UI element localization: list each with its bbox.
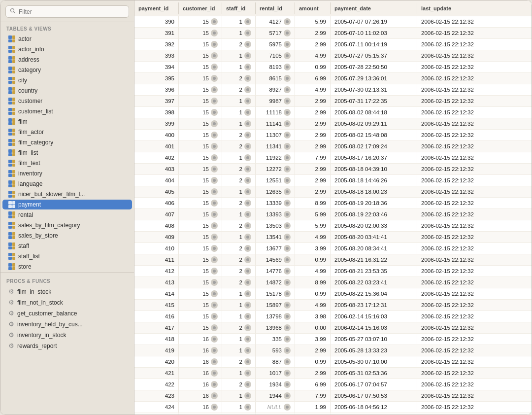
- row-action-btn[interactable]: [284, 324, 291, 331]
- row-action-btn[interactable]: [211, 245, 218, 252]
- row-action-btn[interactable]: [284, 404, 291, 411]
- row-action-btn[interactable]: [211, 234, 218, 241]
- table-row[interactable]: 39115157172.992005-07-10 11:02:032006-02…: [134, 28, 532, 39]
- row-action-btn[interactable]: [284, 268, 291, 275]
- row-action-btn[interactable]: [284, 75, 291, 82]
- row-action-btn[interactable]: [211, 404, 218, 411]
- row-action-btn[interactable]: [244, 188, 251, 195]
- table-row[interactable]: 402151119227.992005-08-17 16:20:372006-0…: [134, 152, 532, 164]
- table-row[interactable]: 404152125512.992005-08-18 14:46:262006-0…: [134, 175, 532, 186]
- sidebar-item-film_list[interactable]: film_list: [2, 148, 132, 158]
- table-row[interactable]: 405151126352.992005-08-18 18:00:232006-0…: [134, 186, 532, 198]
- table-row[interactable]: 39615289274.992005-07-30 02:13:312006-02…: [134, 84, 532, 96]
- row-action-btn[interactable]: [211, 200, 218, 207]
- row-action-btn[interactable]: [211, 86, 218, 93]
- row-action-btn[interactable]: [244, 370, 251, 377]
- row-action-btn[interactable]: [284, 302, 291, 309]
- row-action-btn[interactable]: [211, 358, 218, 365]
- row-action-btn[interactable]: [284, 132, 291, 138]
- table-row[interactable]: 412152147764.992005-08-21 23:53:352006-0…: [134, 266, 532, 277]
- row-action-btn[interactable]: [284, 109, 291, 116]
- row-action-btn[interactable]: [211, 222, 218, 229]
- row-action-btn[interactable]: [244, 381, 251, 388]
- sidebar-item-store[interactable]: store: [2, 262, 132, 272]
- sidebar-item-film_category[interactable]: film_category: [2, 138, 132, 147]
- row-action-btn[interactable]: [244, 234, 251, 241]
- sidebar-item-sales_by_film_category[interactable]: sales_by_film_category: [2, 220, 132, 230]
- table-row[interactable]: 400152113072.992005-08-02 15:48:082006-0…: [134, 130, 532, 141]
- row-action-btn[interactable]: [244, 222, 251, 229]
- table-row[interactable]: 411152145690.992005-08-21 16:31:222006-0…: [134, 254, 532, 266]
- row-action-btn[interactable]: [244, 245, 251, 252]
- sidebar-item-film_not_in_stock[interactable]: ⚙film_not_in_stock: [2, 297, 132, 308]
- sidebar-item-film_in_stock[interactable]: ⚙film_in_stock: [2, 286, 132, 297]
- row-action-btn[interactable]: [244, 256, 251, 263]
- row-action-btn[interactable]: [284, 177, 291, 184]
- table-row[interactable]: 39715199872.992005-07-31 17:22:352006-02…: [134, 96, 532, 107]
- row-action-btn[interactable]: [284, 154, 291, 161]
- sidebar-item-rewards_report[interactable]: ⚙rewards_report: [2, 341, 132, 351]
- search-input-wrap[interactable]: [5, 5, 129, 18]
- row-action-btn[interactable]: [244, 132, 251, 138]
- row-action-btn[interactable]: [284, 234, 291, 241]
- row-action-btn[interactable]: [244, 41, 251, 48]
- sidebar-item-address[interactable]: address: [2, 55, 132, 65]
- row-action-btn[interactable]: [244, 302, 251, 309]
- row-action-btn[interactable]: [244, 290, 251, 297]
- column-header-payment_date[interactable]: payment_date: [331, 2, 417, 14]
- row-action-btn[interactable]: [211, 211, 218, 218]
- row-action-btn[interactable]: [244, 86, 251, 93]
- sidebar-item-country[interactable]: country: [2, 86, 132, 96]
- row-action-btn[interactable]: [284, 370, 291, 377]
- row-action-btn[interactable]: [284, 98, 291, 104]
- row-action-btn[interactable]: [284, 392, 291, 399]
- row-action-btn[interactable]: [211, 177, 218, 184]
- search-input[interactable]: [19, 8, 125, 15]
- row-action-btn[interactable]: [211, 98, 218, 104]
- row-action-btn[interactable]: [211, 41, 218, 48]
- row-action-btn[interactable]: [284, 347, 291, 354]
- sidebar-item-rental[interactable]: rental: [2, 210, 132, 220]
- row-action-btn[interactable]: [211, 392, 218, 399]
- row-action-btn[interactable]: [284, 245, 291, 252]
- table-row[interactable]: 415151158974.992005-08-23 17:12:312006-0…: [134, 300, 532, 311]
- sidebar-item-customer_list[interactable]: customer_list: [2, 106, 132, 116]
- table-row[interactable]: 39215259752.992005-07-11 00:14:192006-02…: [134, 39, 532, 50]
- row-action-btn[interactable]: [211, 52, 218, 59]
- table-row[interactable]: 406152133398.992005-08-19 20:18:362006-0…: [134, 198, 532, 209]
- table-row[interactable]: 42116110172.992005-05-31 02:53:362006-02…: [134, 368, 532, 379]
- row-action-btn[interactable]: [211, 166, 218, 173]
- row-action-btn[interactable]: [244, 358, 251, 365]
- row-action-btn[interactable]: [284, 166, 291, 173]
- row-action-btn[interactable]: [211, 324, 218, 331]
- row-action-btn[interactable]: [244, 109, 251, 116]
- table-row[interactable]: 417152139680.002006-02-14 15:16:032006-0…: [134, 322, 532, 334]
- table-row[interactable]: 39415181930.992005-07-28 22:50:502006-02…: [134, 62, 532, 73]
- sidebar-item-get_customer_balance[interactable]: ⚙get_customer_balance: [2, 308, 132, 318]
- row-action-btn[interactable]: [211, 132, 218, 138]
- row-action-btn[interactable]: [211, 370, 218, 377]
- row-action-btn[interactable]: [211, 18, 218, 25]
- table-row[interactable]: 414151151780.992005-08-22 15:36:042006-0…: [134, 288, 532, 300]
- row-action-btn[interactable]: [244, 64, 251, 70]
- table-row[interactable]: 398151111182.992005-08-02 08:44:182006-0…: [134, 107, 532, 118]
- sidebar-item-actor_info[interactable]: actor_info: [2, 44, 132, 54]
- table-row[interactable]: 4181613353.992005-05-27 03:07:102006-02-…: [134, 334, 532, 345]
- row-action-btn[interactable]: [244, 279, 251, 286]
- table-row[interactable]: 424161NULL1.992005-06-18 04:56:122006-02…: [134, 402, 532, 413]
- row-action-btn[interactable]: [284, 41, 291, 48]
- sidebar-item-city[interactable]: city: [2, 75, 132, 85]
- row-action-btn[interactable]: [244, 177, 251, 184]
- row-action-btn[interactable]: [211, 120, 218, 127]
- column-header-customer_id[interactable]: customer_id: [179, 2, 222, 14]
- row-action-btn[interactable]: [211, 313, 218, 320]
- column-header-payment_id[interactable]: payment_id: [134, 2, 179, 14]
- table-row[interactable]: 403152122722.992005-08-18 04:39:102006-0…: [134, 164, 532, 175]
- sidebar-item-language[interactable]: language: [2, 179, 132, 189]
- row-action-btn[interactable]: [244, 324, 251, 331]
- table-row[interactable]: 42516: [134, 413, 532, 415]
- row-action-btn[interactable]: [211, 30, 218, 36]
- row-action-btn[interactable]: [211, 290, 218, 297]
- row-action-btn[interactable]: [244, 18, 251, 25]
- row-action-btn[interactable]: [211, 64, 218, 70]
